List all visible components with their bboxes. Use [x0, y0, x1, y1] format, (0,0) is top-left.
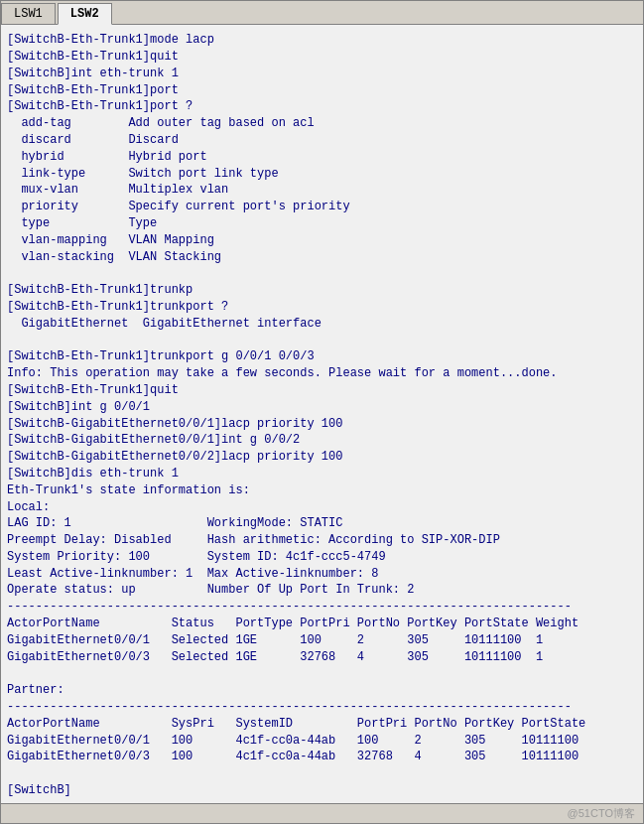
terminal-area: <Huawei>sysEnter system view, return use… — [1, 25, 643, 803]
tab-lsw2[interactable]: LSW2 — [58, 3, 112, 25]
terminal-line: [SwitchB]int g 0/0/1 — [7, 399, 637, 416]
terminal-content[interactable]: <Huawei>sysEnter system view, return use… — [7, 29, 637, 799]
terminal-line: [SwitchB-GigabitEthernet0/0/1]lacp prior… — [7, 416, 637, 433]
terminal-line: GigabitEthernet GigabitEthernet interfac… — [7, 316, 637, 333]
terminal-line: [SwitchB-Eth-Trunk1]trunkp — [7, 282, 637, 299]
terminal-line: hybrid Hybrid port — [7, 149, 637, 166]
terminal-line: GigabitEthernet0/0/3 Selected 1GE 32768 … — [7, 649, 637, 666]
terminal-line: [SwitchB-Eth-Trunk1]port ? — [7, 98, 637, 115]
terminal-line: GigabitEthernet0/0/1 Selected 1GE 100 2 … — [7, 632, 637, 649]
tab-bar: LSW1 LSW2 — [1, 1, 643, 25]
terminal-line: mux-vlan Multiplex vlan — [7, 182, 637, 199]
terminal-line: [SwitchB]dis eth-trunk 1 — [7, 466, 637, 482]
terminal-line: [SwitchB-Eth-Trunk1]trunkport g 0/0/1 0/… — [7, 348, 637, 365]
terminal-line: [SwitchB-Eth-Trunk1]trunkport ? — [7, 299, 637, 316]
terminal-line: Least Active-linknumber: 1 Max Active-li… — [7, 566, 637, 583]
terminal-line: [SwitchB-Eth-Trunk1]quit — [7, 49, 637, 66]
terminal-line: Operate status: up Number Of Up Port In … — [7, 582, 637, 599]
terminal-line — [7, 333, 637, 349]
terminal-line: GigabitEthernet0/0/1 100 4c1f-cc0a-44ab … — [7, 733, 637, 750]
terminal-line: Local: — [7, 499, 637, 516]
terminal-line: [SwitchB-Eth-Trunk1]port — [7, 82, 637, 99]
bottom-bar: @51CTO博客 — [1, 803, 643, 823]
tab-lsw1[interactable]: LSW1 — [1, 3, 56, 24]
terminal-line: vlan-stacking VLAN Stacking — [7, 249, 637, 266]
window-container: LSW1 LSW2 <Huawei>sysEnter system view, … — [0, 0, 644, 824]
terminal-line: Preempt Delay: Disabled Hash arithmetic:… — [7, 532, 637, 549]
terminal-line — [7, 665, 637, 682]
terminal-line: Info: This operation may take a few seco… — [7, 365, 637, 382]
terminal-line: Partner: — [7, 682, 637, 699]
terminal-line: ----------------------------------------… — [7, 699, 637, 716]
terminal-line — [7, 265, 637, 282]
terminal-line: [SwitchB-Eth-Trunk1]mode lacp — [7, 32, 637, 49]
terminal-line — [7, 765, 637, 782]
terminal-line: type Type — [7, 215, 637, 232]
terminal-line: [SwitchB-Eth-Trunk1]quit — [7, 382, 637, 399]
terminal-line: GigabitEthernet0/0/3 100 4c1f-cc0a-44ab … — [7, 749, 637, 765]
terminal-line: System Priority: 100 System ID: 4c1f-ccc… — [7, 549, 637, 566]
terminal-line: priority Specify current port's priority — [7, 199, 637, 215]
terminal-line: [SwitchB-GigabitEthernet0/0/2]lacp prior… — [7, 449, 637, 466]
watermark-label: @51CTO博客 — [568, 806, 635, 821]
terminal-line: [SwitchB] — [7, 782, 637, 799]
terminal-line: Eth-Trunk1's state information is: — [7, 482, 637, 499]
terminal-line: LAG ID: 1 WorkingMode: STATIC — [7, 515, 637, 532]
terminal-line: ----------------------------------------… — [7, 599, 637, 616]
terminal-line: vlan-mapping VLAN Mapping — [7, 232, 637, 249]
terminal-line: [SwitchB-GigabitEthernet0/0/1]int g 0/0/… — [7, 432, 637, 449]
terminal-line: link-type Switch port link type — [7, 166, 637, 183]
terminal-line: [SwitchB]int eth-trunk 1 — [7, 66, 637, 82]
terminal-line: add-tag Add outer tag based on acl — [7, 115, 637, 132]
terminal-line: ActorPortName Status PortType PortPri Po… — [7, 616, 637, 632]
terminal-line: ActorPortName SysPri SystemID PortPri Po… — [7, 716, 637, 733]
terminal-line: discard Discard — [7, 132, 637, 149]
